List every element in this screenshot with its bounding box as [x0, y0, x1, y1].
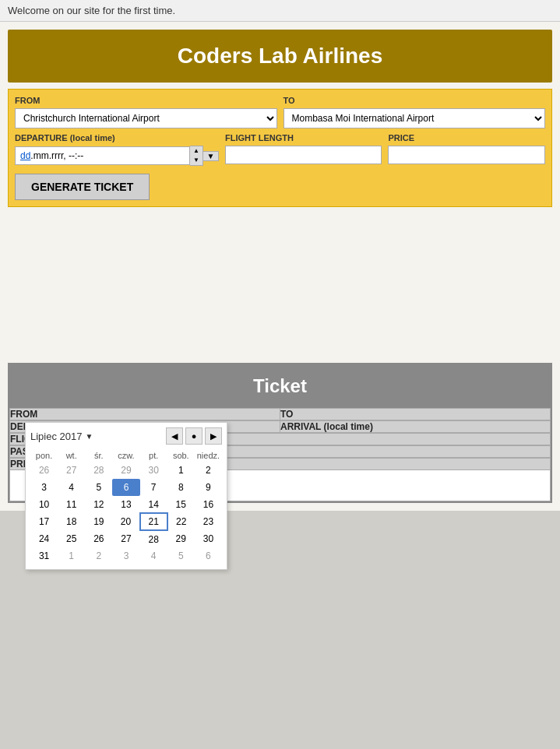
calendar-header: Lipiec 2017 ▼ ◀ ● ▶: [30, 427, 222, 445]
calendar-day[interactable]: 12: [85, 496, 112, 513]
calendar-day[interactable]: 24: [30, 530, 58, 547]
cal-th-mon: pon.: [30, 449, 58, 462]
flight-length-group: FLIGHT LENGTH: [225, 133, 382, 166]
calendar-table: pon. wt. śr. czw. pt. sob. niedz. 262728…: [30, 449, 222, 564]
calendar-day[interactable]: 11: [58, 496, 85, 513]
calendar-day[interactable]: 3: [30, 479, 58, 496]
calendar-day[interactable]: 29: [167, 530, 195, 547]
departure-label: DEPARTURE (local time): [15, 133, 219, 142]
date-down-btn[interactable]: ▼: [190, 156, 203, 165]
calendar-day[interactable]: 20: [112, 513, 139, 530]
calendar-day[interactable]: 26: [85, 530, 112, 547]
calendar-day[interactable]: 31: [30, 547, 58, 564]
calendar-week-row: 3456789: [30, 479, 222, 496]
calendar-day[interactable]: 30: [140, 462, 167, 479]
to-group: TO Mombasa Moi International Airport Chr…: [284, 96, 546, 128]
calendar-day[interactable]: 2: [195, 462, 222, 479]
from-label: FROM: [15, 96, 277, 105]
calendar-day[interactable]: 16: [195, 496, 222, 513]
calendar-day[interactable]: 5: [167, 547, 195, 564]
calendar-day[interactable]: 8: [167, 479, 195, 496]
calendar-day[interactable]: 4: [58, 479, 85, 496]
calendar-day[interactable]: 14: [140, 496, 167, 513]
price-input[interactable]: [388, 146, 545, 164]
calendar-week-row: 31123456: [30, 547, 222, 564]
ticket-from-to-label-row: FROM TO: [10, 409, 551, 420]
calendar-day[interactable]: 22: [167, 513, 195, 530]
from-to-row: FROM Christchurch International Airport …: [15, 96, 545, 128]
calendar-day[interactable]: 28: [85, 462, 112, 479]
from-group: FROM Christchurch International Airport …: [15, 96, 277, 128]
calendar-day[interactable]: 18: [58, 513, 85, 530]
date-display[interactable]: dd.mm.rrrr, --:--: [15, 146, 190, 165]
cal-th-sat: sob.: [167, 449, 195, 462]
calendar-day[interactable]: 27: [112, 530, 139, 547]
cal-prev-btn[interactable]: ◀: [166, 427, 183, 445]
calendar-day[interactable]: 2: [85, 547, 112, 564]
generate-ticket-button[interactable]: GENERATE TICKET: [15, 174, 150, 200]
cal-th-tue: wt.: [58, 449, 85, 462]
to-label: TO: [284, 96, 546, 105]
calendar-month-label: Lipiec 2017 ▼: [30, 431, 93, 442]
calendar-day[interactable]: 10: [30, 496, 58, 513]
calendar-day[interactable]: 29: [112, 462, 139, 479]
calendar-day[interactable]: 21: [140, 513, 167, 530]
price-group: PRICE: [388, 133, 545, 166]
app-header: Coders Lab Airlines: [8, 30, 552, 83]
flight-length-input[interactable]: [225, 146, 382, 164]
calendar-day[interactable]: 4: [140, 547, 167, 564]
date-input-wrapper: dd.mm.rrrr, --:-- ▲ ▼ ▼: [15, 146, 219, 166]
calendar-week-row: 262728293012: [30, 462, 222, 479]
calendar-day[interactable]: 9: [195, 479, 222, 496]
from-select[interactable]: Christchurch International Airport Momba…: [15, 108, 277, 128]
cal-th-thu: czw.: [112, 449, 139, 462]
calendar-day[interactable]: 23: [195, 513, 222, 530]
cal-th-sun: niedz.: [195, 449, 222, 462]
cal-th-wed: śr.: [85, 449, 112, 462]
calendar-day[interactable]: 5: [85, 479, 112, 496]
date-spinner: ▲ ▼: [190, 146, 203, 166]
calendar-day[interactable]: 6: [195, 547, 222, 564]
calendar-day[interactable]: 27: [58, 462, 85, 479]
cal-next-btn[interactable]: ▶: [205, 427, 222, 445]
cal-th-fri: pt.: [140, 449, 167, 462]
date-dropdown-btn[interactable]: ▼: [203, 151, 219, 161]
month-text: Lipiec 2017: [30, 431, 83, 442]
booking-form: FROM Christchurch International Airport …: [8, 89, 552, 207]
calendar-day[interactable]: 3: [112, 547, 139, 564]
calendar-day[interactable]: 6: [112, 479, 139, 496]
calendar-day[interactable]: 1: [167, 462, 195, 479]
flight-length-label: FLIGHT LENGTH: [225, 133, 382, 142]
cal-today-btn[interactable]: ●: [185, 427, 203, 445]
calendar-day[interactable]: 25: [58, 530, 85, 547]
calendar-day[interactable]: 13: [112, 496, 139, 513]
price-label: PRICE: [388, 133, 545, 142]
ticket-arrival-label: ARRIVAL (local time): [280, 421, 551, 433]
ticket-header: Ticket: [9, 364, 551, 408]
calendar-day[interactable]: 26: [30, 462, 58, 479]
calendar-day[interactable]: 28: [140, 530, 167, 547]
calendar-day[interactable]: 19: [85, 513, 112, 530]
date-up-btn[interactable]: ▲: [190, 146, 203, 156]
ticket-from-label: FROM: [10, 409, 280, 420]
calendar-week-row: 24252627282930: [30, 530, 222, 547]
calendar-week-row: 10111213141516: [30, 496, 222, 513]
date-dd: dd: [20, 150, 30, 161]
month-dropdown-arrow[interactable]: ▼: [86, 432, 93, 441]
calendar-day[interactable]: 7: [140, 479, 167, 496]
calendar-day[interactable]: 15: [167, 496, 195, 513]
calendar-day[interactable]: 1: [58, 547, 85, 564]
calendar-day[interactable]: 17: [30, 513, 58, 530]
calendar-week-row: 17181920212223: [30, 513, 222, 530]
welcome-text: Welcome on our site for the first time.: [8, 5, 175, 16]
date-separator1: .mm.rrrr, --:--: [30, 150, 83, 161]
app-title: Coders Lab Airlines: [178, 44, 382, 68]
welcome-bar: Welcome on our site for the first time.: [0, 0, 560, 22]
departure-group: DEPARTURE (local time) dd.mm.rrrr, --:--…: [15, 133, 219, 166]
to-select[interactable]: Mombasa Moi International Airport Christ…: [284, 108, 546, 128]
ticket-to-label: TO: [280, 409, 551, 420]
calendar-nav: ◀ ● ▶: [166, 427, 222, 445]
calendar-day[interactable]: 30: [195, 530, 222, 547]
departure-row: DEPARTURE (local time) dd.mm.rrrr, --:--…: [15, 133, 545, 166]
generate-row: GENERATE TICKET: [15, 171, 545, 200]
